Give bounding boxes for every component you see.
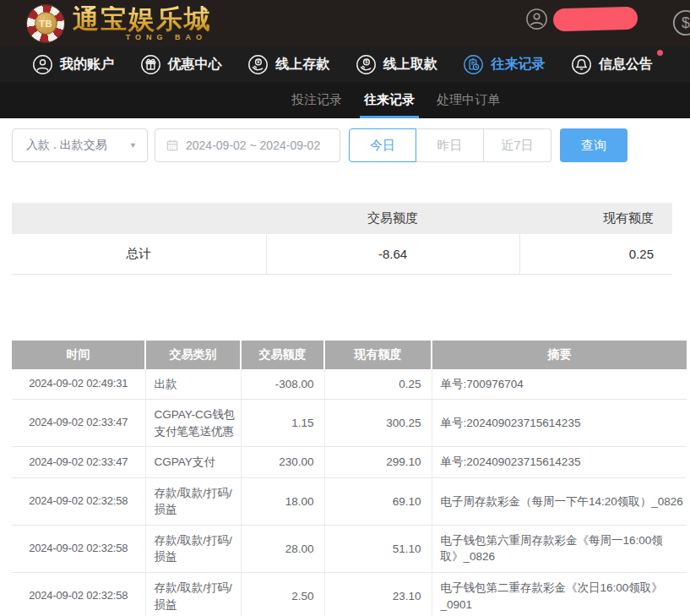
cell-type: CGPAY-CG钱包支付笔笔送优惠 [145,400,241,447]
cell-balance: 299.10 [324,447,432,478]
user-account-chip[interactable] [525,8,638,30]
brand-name: 通宝娱乐城 [73,6,212,32]
col-header-amount: 交易额度 [241,341,324,369]
transaction-type-value: 入款 . 出款交易 [26,138,107,153]
cell-summary: 单号:700976704 [432,369,687,400]
col-header-balance: 现有额度 [324,341,432,369]
cell-balance: 69.10 [324,477,432,525]
brand-logo[interactable]: TB 通宝娱乐城 TONG BAO [27,5,212,42]
nav-item-promotions[interactable]: 优惠中心 [140,54,222,75]
nav-item-my-account[interactable]: 我的账户 [32,54,114,75]
wallet-coin-icon[interactable]: $ [671,8,690,37]
cell-summary: 电子钱包第六重周存款彩金《每周一16:00领取》_0826 [432,525,687,572]
quick-range-7days[interactable]: 近7日 [484,128,551,162]
cell-amount: 2.50 [241,573,324,616]
page: TB 通宝娱乐城 TONG BAO $ 我的账户 [0,0,690,616]
quick-range-group: 今日 昨日 近7日 [349,128,551,162]
nav-item-announcements[interactable]: 信息公告 [571,54,653,75]
cell-time: 2024-09-02 02:32:58 [12,573,145,616]
cell-balance: 300.25 [324,400,432,447]
deposit-hand-coin-icon: ¥ [247,54,269,75]
cell-type: 出款 [145,369,241,400]
table-row: 2024-09-02 02:33:47 CGPAY-CG钱包支付笔笔送优惠 1.… [12,400,687,447]
date-range-value: 2024-09-02 ~ 2024-09-02 [186,139,320,152]
table-row: 2024-09-02 02:32:58 存款/取款/打码/损益 2.50 23.… [12,573,687,616]
cell-time: 2024-09-02 02:32:58 [12,525,145,572]
cell-summary: 单号:202409023715614235 [432,400,687,447]
summary-header-empty [12,203,266,234]
cell-type: CGPAY支付 [145,447,241,478]
records-clipboard-icon [463,54,484,75]
nav-label: 线上取款 [383,56,437,74]
nav-label: 往来记录 [491,56,545,74]
summary-header-amount: 交易额度 [266,203,519,234]
col-header-type: 交易类别 [145,341,241,369]
secondary-tabs: 投注记录 往来记录 处理中订单 [0,82,690,118]
cell-summary: 电子钱包第二重存款彩金《次日16:00领取》_0901 [432,573,687,616]
nav-item-transaction-records[interactable]: 往来记录 [463,54,545,75]
cell-balance: 51.10 [324,525,432,572]
nav-item-withdraw[interactable]: $ 线上取款 [356,54,437,75]
chevron-down-icon: ▼ [129,141,137,150]
main-navigation: 我的账户 优惠中心 ¥ 线上存款 $ 线上取款 [0,46,690,82]
cell-summary: 电子周存款彩金（每周一下午14:20领取）_0826 [432,477,687,525]
summary-total-label: 总计 [12,234,266,274]
date-range-input[interactable]: 2024-09-02 ~ 2024-09-02 [155,128,340,162]
top-bar: TB 通宝娱乐城 TONG BAO $ [0,0,690,46]
cell-type: 存款/取款/打码/损益 [145,573,241,616]
cell-amount: 230.00 [241,447,324,478]
calendar-icon [166,139,179,152]
col-header-time: 时间 [12,341,145,369]
cell-summary: 单号:202409023715614235 [432,447,687,478]
cell-amount: -308.00 [241,369,324,400]
tab-pending-orders[interactable]: 处理中订单 [437,82,500,118]
summary-header-row: 交易额度 现有额度 [12,203,672,234]
nav-item-deposit[interactable]: ¥ 线上存款 [247,54,329,75]
account-icon [32,54,53,75]
notification-dot [657,50,663,56]
cell-balance: 0.25 [324,369,432,400]
brand-latin-name: TONG BAO [126,34,207,41]
quick-range-today[interactable]: 今日 [349,128,416,162]
tab-betting-records[interactable]: 投注记录 [291,82,342,118]
nav-label: 信息公告 [599,56,653,74]
cell-type: 存款/取款/打码/损益 [145,525,241,572]
cell-time: 2024-09-02 02:49:31 [12,369,145,400]
nav-label: 优惠中心 [168,56,222,74]
table-row: 2024-09-02 02:32:58 存款/取款/打码/损益 18.00 69… [12,477,687,525]
gift-icon [140,54,161,75]
bell-icon [571,54,592,75]
table-row: 2024-09-02 02:49:31 出款 -308.00 0.25 单号:7… [12,369,687,400]
tab-transaction-records[interactable]: 往来记录 [364,82,415,118]
quick-range-yesterday[interactable]: 昨日 [416,128,484,162]
withdraw-hand-coin-icon: $ [356,54,377,75]
summary-total-balance: 0.25 [519,234,672,274]
nav-label: 我的账户 [60,56,114,74]
redacted-username [553,7,638,32]
user-icon [525,8,548,30]
table-row: 2024-09-02 02:33:47 CGPAY支付 230.00 299.1… [12,447,687,478]
summary-header-balance: 现有额度 [519,203,672,234]
cell-time: 2024-09-02 02:33:47 [12,447,145,478]
nav-label: 线上存款 [275,56,329,74]
cell-time: 2024-09-02 02:32:58 [12,477,145,525]
col-header-summary: 摘要 [432,341,687,369]
cell-type: 存款/取款/打码/损益 [145,477,241,525]
cell-balance: 23.10 [324,573,432,616]
summary-table: 交易额度 现有额度 总计 -8.64 0.25 [12,203,672,275]
svg-text:$: $ [682,14,690,31]
cell-amount: 1.15 [241,400,324,447]
records-header-row: 时间 交易类别 交易额度 现有额度 摘要 [12,341,687,369]
search-button[interactable]: 查询 [560,128,628,162]
table-row: 2024-09-02 02:32:58 存款/取款/打码/损益 28.00 51… [12,525,687,572]
cell-time: 2024-09-02 02:33:47 [12,400,145,447]
casino-chip-icon: TB [27,5,64,42]
transaction-type-select[interactable]: 入款 . 出款交易 ▼ [12,128,148,162]
summary-total-amount: -8.64 [266,234,519,274]
summary-total-row: 总计 -8.64 0.25 [12,234,672,274]
chip-monogram: TB [35,12,57,35]
cell-amount: 28.00 [241,525,324,572]
filter-bar: 入款 . 出款交易 ▼ 2024-09-02 ~ 2024-09-02 今日 昨… [12,123,690,167]
records-table: 时间 交易类别 交易额度 现有额度 摘要 2024-09-02 02:49:31… [12,341,687,616]
cell-amount: 18.00 [241,477,324,525]
